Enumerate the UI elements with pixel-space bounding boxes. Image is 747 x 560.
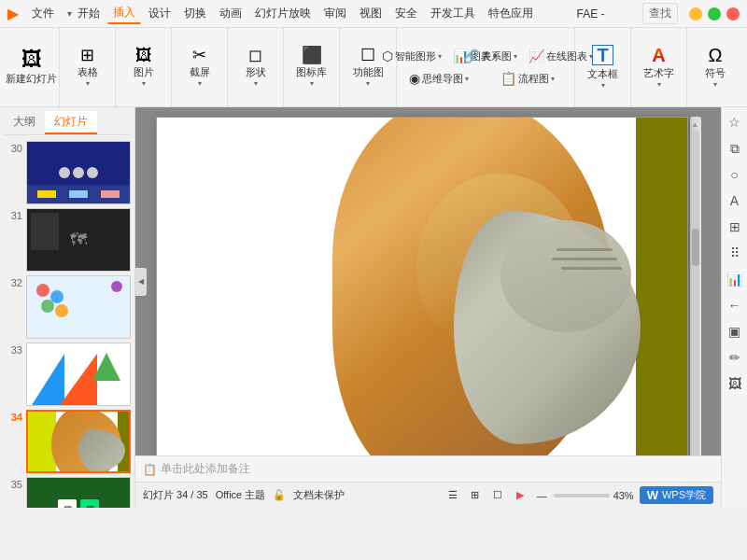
iconlib-button[interactable]: ⬛ 图标库 ▾ xyxy=(292,45,331,90)
vertical-scrollbar[interactable]: ▲ ▼ xyxy=(690,117,701,455)
smartshape-dropdown: ▾ xyxy=(438,52,442,61)
menu-devtools[interactable]: 开发工具 xyxy=(425,4,481,23)
mindmap-button[interactable]: ◉ 思维导图 ▾ xyxy=(405,69,472,88)
rt-pencil-button[interactable]: ✏ xyxy=(724,346,746,369)
rt-grid-button[interactable]: ⊞ xyxy=(724,216,746,238)
flowchart-dropdown: ▾ xyxy=(551,75,555,83)
menu-security[interactable]: 安全 xyxy=(389,4,423,23)
table-button[interactable]: ⊞ 表格 ▾ xyxy=(74,45,102,90)
slide-thumb-35[interactable]: 35 ▦ ▦ xyxy=(4,477,131,508)
slide-num-30: 30 xyxy=(4,141,22,154)
slide-thumb-31[interactable]: 31 🗺 xyxy=(4,208,131,272)
rt-texta-button[interactable]: A xyxy=(724,189,746,212)
window-close[interactable] xyxy=(726,7,740,21)
flowchart-button[interactable]: 📋 流程图 ▾ xyxy=(497,69,558,88)
view-read-btn[interactable]: ☐ xyxy=(489,487,506,504)
rt-image-button[interactable]: 🖼 xyxy=(724,372,746,395)
ribbon-group-shape: ◻ 形状 ▾ xyxy=(228,28,284,106)
status-bar: 幻灯片 34 / 35 Office 主题 🔓 文档未保护 ☰ ⊞ ☐ ▶ — … xyxy=(135,482,721,508)
menu-file[interactable]: 文件 xyxy=(24,2,62,25)
view-grid-btn[interactable]: ⊞ xyxy=(467,487,484,504)
arttext-button[interactable]: A 艺术字 ▾ xyxy=(640,44,678,91)
menu-insert[interactable]: 插入 xyxy=(107,3,141,24)
rt-apps-button[interactable]: ⠿ xyxy=(724,242,746,264)
view-present-btn[interactable]: ▶ xyxy=(512,487,529,504)
rt-arrow-button[interactable]: ← xyxy=(724,294,746,316)
textbox-button[interactable]: T 文本框 ▾ xyxy=(584,43,622,91)
menu-slideshow[interactable]: 幻灯片放映 xyxy=(249,4,317,23)
wps-badge[interactable]: W WPS学院 xyxy=(640,486,713,504)
panel-collapse-button[interactable]: ◀ xyxy=(135,268,147,296)
screenshot-button[interactable]: ✂ 截屏 ▾ xyxy=(186,45,214,90)
arttext-icon: A xyxy=(652,46,665,64)
slide-thumb-32[interactable]: 32 xyxy=(4,275,131,339)
slide-thumb-33[interactable]: 33 xyxy=(4,343,131,406)
slide-thumb-34[interactable]: 34 xyxy=(4,410,131,473)
slide-img-32[interactable] xyxy=(26,275,131,339)
table-icon: ⊞ xyxy=(80,47,94,63)
zoom-out-btn[interactable]: — xyxy=(534,490,550,501)
slide-num-33: 33 xyxy=(4,343,22,356)
ribbon-group-symbol: Ω 符号 ▾ xyxy=(687,28,743,106)
menu-review[interactable]: 审阅 xyxy=(318,4,352,23)
menu-start[interactable]: 开始 xyxy=(72,4,106,23)
tab-slides[interactable]: 幻灯片 xyxy=(45,111,97,134)
flowchart-icon: 📋 xyxy=(500,71,516,86)
relation-button[interactable]: 🔗 关系图 ▾ xyxy=(459,47,521,65)
title-bar-controls: 查找 xyxy=(642,3,740,24)
rt-box-button[interactable]: ▣ xyxy=(724,320,746,343)
notes-bar[interactable]: 📋 单击此处添加备注 xyxy=(135,455,721,482)
new-slide-button[interactable]: 🖼 新建幻灯片 xyxy=(2,48,61,88)
window-minimize[interactable] xyxy=(689,7,702,21)
rt-copy-button[interactable]: ⧉ xyxy=(724,137,746,160)
mindmap-label: 思维导图 xyxy=(422,72,463,86)
slide-main-canvas[interactable] xyxy=(156,117,688,455)
slide-img-34[interactable] xyxy=(26,410,131,473)
slide-img-33[interactable] xyxy=(26,343,131,406)
new-slide-label: 新建幻灯片 xyxy=(6,72,57,86)
view-normal-btn[interactable]: ☰ xyxy=(444,487,461,504)
smartshape-icon: ⬡ xyxy=(382,49,393,63)
zoom-slider[interactable] xyxy=(554,494,610,497)
image-dropdown-arrow: ▾ xyxy=(142,79,146,88)
tab-outline[interactable]: 大纲 xyxy=(4,111,45,134)
shape-button[interactable]: ◻ 形状 ▾ xyxy=(242,45,270,90)
slide-num-34: 34 xyxy=(4,410,22,423)
notes-icon: 📋 xyxy=(143,463,157,476)
smartshape-button[interactable]: ⬡ 智能图形 ▾ xyxy=(378,47,445,65)
rt-circle-button[interactable]: ○ xyxy=(724,163,746,186)
image-label: 图片 xyxy=(134,65,154,79)
slide-img-30[interactable] xyxy=(26,141,131,204)
symbol-label: 符号 xyxy=(705,66,726,80)
shape-icon: ◻ xyxy=(248,47,262,63)
search-label[interactable]: 查找 xyxy=(642,3,678,24)
slide-img-35[interactable]: ▦ ▦ xyxy=(26,477,131,508)
shape-dropdown-arrow: ▾ xyxy=(254,79,258,88)
rt-star-button[interactable]: ☆ xyxy=(724,111,746,133)
symbol-button[interactable]: Ω 符号 ▾ xyxy=(701,44,729,91)
panel-tabs: 大纲 幻灯片 xyxy=(4,111,131,135)
iconlib-dropdown-arrow: ▾ xyxy=(310,79,314,88)
textbox-dropdown: ▾ xyxy=(601,81,605,90)
mindmap-dropdown: ▾ xyxy=(465,75,469,83)
window-maximize[interactable] xyxy=(708,7,721,21)
protection-icon: 🔓 xyxy=(273,489,286,501)
menu-design[interactable]: 设计 xyxy=(143,4,176,23)
slide-img-31[interactable]: 🗺 xyxy=(26,208,131,272)
ribbon-row-flow: 📋 流程图 ▾ xyxy=(497,69,558,88)
ribbon-group-relation: 🔗 关系图 ▾ 📈 在线图表 ▾ 📋 流程图 ▾ xyxy=(481,28,575,106)
title-bar-left: ▶ 文件 ▾ xyxy=(7,2,72,25)
arttext-label: 艺术字 xyxy=(643,66,674,80)
wps-logo: W xyxy=(647,488,658,502)
menu-animation[interactable]: 动画 xyxy=(214,4,247,23)
slide-thumb-30[interactable]: 30 xyxy=(4,141,131,204)
v-scroll-thumb[interactable] xyxy=(692,229,699,266)
notes-text[interactable]: 单击此处添加备注 xyxy=(161,461,250,477)
screenshot-icon: ✂ xyxy=(192,47,206,63)
image-button[interactable]: 🖼 图片 ▾ xyxy=(130,45,158,90)
menu-special[interactable]: 特色应用 xyxy=(483,4,539,23)
zoom-control: — 43% xyxy=(534,490,634,501)
menu-transition[interactable]: 切换 xyxy=(178,4,212,23)
menu-view[interactable]: 视图 xyxy=(354,4,388,23)
rt-chart-button[interactable]: 📊 xyxy=(724,268,746,290)
